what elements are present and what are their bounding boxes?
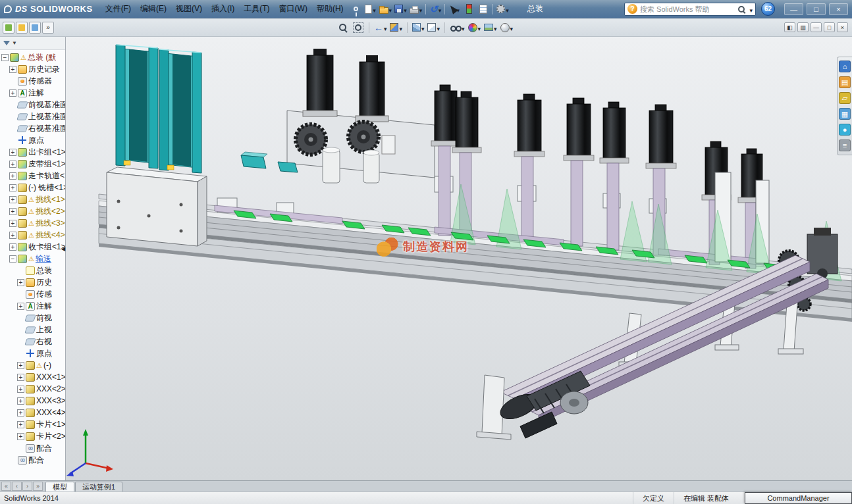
expand-toggle[interactable]: + (9, 172, 16, 180)
doc-minimize-button[interactable]: — (811, 22, 822, 32)
search-magnifier-icon[interactable] (737, 5, 746, 14)
gantry-station[interactable] (241, 49, 435, 183)
notification-badge[interactable]: 62 (761, 2, 775, 16)
tree-item[interactable]: +XXX<4> (0, 407, 65, 418)
expand-toggle[interactable]: + (17, 421, 24, 428)
close-button[interactable]: × (829, 3, 848, 15)
file-properties-button[interactable] (476, 2, 491, 16)
propertymanager-tab[interactable] (16, 22, 28, 34)
expand-toggle[interactable]: + (17, 303, 24, 310)
view-palette-icon[interactable]: ▦ (839, 108, 851, 120)
undo-button[interactable]: ↺ (428, 2, 442, 16)
tree-item[interactable]: −输送 (0, 253, 65, 265)
tree-item[interactable]: 上视基准面 (0, 111, 65, 122)
tab-scroll-button[interactable]: » (33, 482, 43, 491)
tab-scroll-button[interactable]: ‹ (12, 482, 22, 491)
pane-split-button[interactable]: ▥ (797, 22, 809, 32)
display-pane-button[interactable]: ◧ (784, 22, 795, 32)
tree-item[interactable]: +历史记录 (0, 63, 65, 75)
tree-item[interactable]: +(-) 铣槽<1> (0, 182, 65, 193)
menu-item[interactable]: 编辑(E) (136, 1, 171, 17)
tree-item[interactable]: 传感 (0, 288, 65, 300)
feeder-base[interactable] (107, 167, 207, 246)
menu-item[interactable]: 文件(F) (101, 1, 136, 17)
tab-scroll-button[interactable]: « (1, 482, 11, 491)
tab-scroll-button[interactable]: › (22, 482, 32, 491)
menu-item[interactable]: 插入(I) (207, 1, 239, 17)
tree-item[interactable]: 传感器 (0, 75, 65, 87)
expand-toggle[interactable]: + (17, 386, 24, 393)
tree-item[interactable]: 配合 (0, 442, 65, 454)
section-view-button[interactable] (388, 20, 404, 35)
tree-item[interactable]: +卡片<2> (0, 430, 65, 442)
expand-toggle[interactable]: + (9, 196, 16, 203)
menu-item[interactable]: 窗口(W) (275, 1, 312, 17)
tree-item[interactable]: +挑线<2> (0, 205, 65, 217)
previous-view-button[interactable]: ← (373, 20, 388, 35)
tree-item[interactable]: +注解 (0, 300, 65, 312)
tree-item[interactable]: 原点 (0, 134, 65, 146)
appearances-icon[interactable]: ● (839, 124, 851, 136)
expand-toggle[interactable]: + (9, 149, 16, 156)
zoom-area-button[interactable] (351, 20, 365, 35)
print-button[interactable] (408, 2, 424, 16)
tree-item[interactable]: 前视基准面 (0, 99, 65, 111)
tree-item[interactable]: 右视 (0, 336, 65, 347)
panel-flyout-arrow[interactable]: ◀ (61, 246, 65, 252)
tree-item[interactable]: 上视 (0, 324, 65, 336)
view-orientation-button[interactable] (411, 20, 426, 35)
expand-toggle[interactable]: + (9, 232, 16, 239)
custom-properties-icon[interactable]: ≡ (839, 139, 851, 151)
document-tab[interactable]: 模型 (45, 482, 74, 491)
assembly-model-3d[interactable] (66, 37, 852, 480)
tree-item[interactable]: +皮带组<1> (0, 158, 65, 170)
menu-item[interactable]: 工具(T) (239, 1, 274, 17)
menu-pin-icon[interactable] (354, 7, 358, 11)
doc-close-button[interactable]: × (837, 22, 848, 32)
open-button[interactable] (378, 2, 394, 16)
expand-toggle[interactable]: + (9, 220, 16, 227)
tree-item[interactable]: 原点 (0, 347, 65, 359)
expand-toggle[interactable]: + (9, 89, 16, 97)
expand-toggle[interactable]: − (9, 255, 16, 263)
tree-item[interactable]: +走卡轨道<1> (0, 170, 65, 182)
expand-toggle[interactable]: + (9, 161, 16, 168)
tree-item[interactable]: 右视基准面 (0, 122, 65, 134)
expand-toggle[interactable]: + (9, 66, 16, 73)
expand-toggle[interactable]: + (17, 433, 24, 440)
resources-icon[interactable]: ⌂ (839, 61, 851, 72)
expand-toggle[interactable]: + (17, 374, 24, 381)
expand-toggle[interactable]: − (1, 54, 9, 61)
expand-toggle[interactable]: + (17, 279, 24, 286)
tree-item[interactable]: +出卡组<1> (0, 146, 65, 158)
hide-show-button[interactable] (448, 20, 466, 35)
document-tab[interactable]: 运动算例1 (75, 482, 122, 491)
expand-toggle[interactable]: + (17, 362, 24, 369)
minimize-button[interactable]: — (784, 3, 803, 15)
help-icon[interactable]: ? (627, 4, 637, 14)
featuremanager-tab[interactable] (3, 22, 14, 34)
tree-item[interactable]: +挑线<1> (0, 193, 65, 205)
tree-item[interactable]: 总装 (0, 265, 65, 276)
graphics-viewport[interactable]: 制造资料网 ⌂▤▱▦●≡ (66, 37, 852, 480)
configurationmanager-tab[interactable] (29, 22, 41, 34)
tree-item[interactable]: +挑线<3> (0, 217, 65, 229)
menu-item[interactable]: 帮助(H) (312, 1, 348, 17)
card-magazines[interactable] (116, 45, 201, 173)
tree-item[interactable]: +卡片<1> (0, 418, 65, 430)
tree-item[interactable]: +注解 (0, 87, 65, 99)
tree-item[interactable]: −总装 (默 (0, 51, 65, 63)
expand-toggle[interactable]: + (9, 208, 16, 215)
tree-item[interactable]: +历史 (0, 276, 65, 288)
apply-scene-button[interactable] (483, 20, 498, 35)
zoom-fit-button[interactable] (336, 20, 350, 35)
design-library-icon[interactable]: ▤ (839, 76, 851, 88)
save-button[interactable] (393, 2, 408, 16)
doc-restore-button[interactable]: □ (824, 22, 835, 32)
tree-item[interactable]: 前视 (0, 312, 65, 324)
expand-toggle[interactable]: + (9, 243, 16, 251)
panel-overflow-button[interactable]: » (42, 22, 54, 34)
maximize-button[interactable]: □ (807, 3, 826, 15)
expand-toggle[interactable]: + (17, 409, 24, 416)
tree-item[interactable]: +XXX<2> (0, 383, 65, 395)
